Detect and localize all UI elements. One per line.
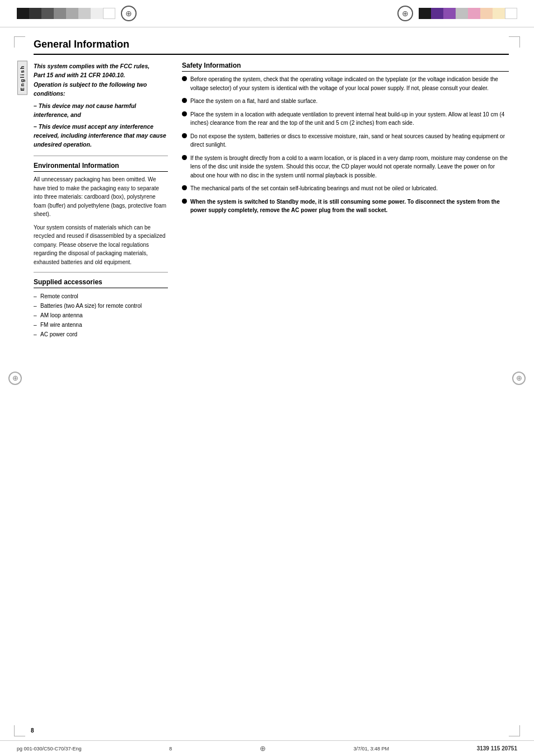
safety-text-4: Do not expose the system, batteries or d… xyxy=(190,132,509,149)
safety-item-7: When the system is switched to Standby m… xyxy=(182,198,509,215)
footer-page-num: 8 xyxy=(169,746,172,752)
left-color-strip: ⊕ xyxy=(17,6,142,21)
safety-item-2: Place the system on a flat, hard and sta… xyxy=(182,97,509,106)
safety-text-3: Place the system in a location with adeq… xyxy=(190,110,509,128)
color-block-4 xyxy=(54,8,66,19)
safety-text-7: When the system is switched to Standby m… xyxy=(190,198,509,215)
fcc-condition2: – This device must accept any interferen… xyxy=(34,122,168,149)
safety-text-6: The mechanical parts of the set contain … xyxy=(190,184,438,193)
divider-accessories xyxy=(34,272,168,273)
side-compass-right: ⊕ xyxy=(512,372,526,385)
footer-catalog-number: 3139 115 20751 xyxy=(477,745,517,752)
right-compass: ⊕ xyxy=(397,6,413,21)
env-para1: All unnecessary packaging has been omitt… xyxy=(34,175,168,219)
side-compass-left: ⊕ xyxy=(8,372,22,385)
fcc-text-block: This system complies with the FCC rules,… xyxy=(34,62,168,149)
sidebar-label: English xyxy=(17,61,27,95)
accessories-heading: Supplied accessories xyxy=(34,278,168,288)
safety-item-6: The mechanical parts of the set contain … xyxy=(182,184,509,193)
safety-item-4: Do not expose the system, batteries or d… xyxy=(182,132,509,149)
accessory-item: AC power cord xyxy=(34,330,168,339)
safety-item-1: Before operating the system, check that … xyxy=(182,75,509,92)
top-bar: ⊕ ⊕ xyxy=(0,0,534,27)
divider-env xyxy=(34,156,168,156)
footer-left-text: pg 001-030/C50-C70/37-Eng xyxy=(17,746,82,752)
rcolor-block-6 xyxy=(480,8,493,19)
safety-heading: Safety Information xyxy=(182,62,509,72)
bullet-icon-1 xyxy=(182,76,187,81)
fcc-line2: Part 15 and with 21 CFR 1040.10. xyxy=(34,71,168,79)
main-content: General Information This system complies… xyxy=(28,27,517,350)
fcc-condition1: – This device may not cause harmful inte… xyxy=(34,101,168,120)
bullet-icon-5 xyxy=(182,155,187,160)
safety-list: Before operating the system, check that … xyxy=(182,75,509,215)
accessories-list: Remote control Batteries (two AA size) f… xyxy=(34,292,168,339)
right-column: Safety Information Before operating the … xyxy=(182,62,509,339)
bullet-icon-2 xyxy=(182,98,187,103)
fcc-line3: Operation is subject to the following tw… xyxy=(34,80,168,89)
left-compass: ⊕ xyxy=(121,6,137,21)
color-block-8 xyxy=(103,8,115,19)
bullet-icon-3 xyxy=(182,111,187,116)
right-color-strip: ⊕ xyxy=(392,6,517,21)
safety-item-5: If the system is brought directly from a… xyxy=(182,154,509,180)
env-heading: Environmental Information xyxy=(34,162,168,172)
two-column-layout: This system complies with the FCC rules,… xyxy=(34,62,509,339)
env-para2: Your system consists of materials which … xyxy=(34,223,168,267)
bullet-icon-7 xyxy=(182,199,187,204)
footer-right-text: 3/7/01, 3:48 PM xyxy=(353,746,389,752)
corner-mark-tr xyxy=(509,36,520,48)
rcolor-block-5 xyxy=(468,8,480,19)
safety-text-5: If the system is brought directly from a… xyxy=(190,154,509,180)
corner-mark-bl xyxy=(14,725,25,736)
color-block-7 xyxy=(91,8,103,19)
footer: pg 001-030/C50-C70/37-Eng 8 ⊕ 3/7/01, 3:… xyxy=(0,740,534,756)
color-block-2 xyxy=(29,8,41,19)
bullet-icon-4 xyxy=(182,133,187,138)
accessory-item: Batteries (two AA size) for remote contr… xyxy=(34,301,168,311)
sidebar: English xyxy=(17,27,28,350)
rcolor-block-4 xyxy=(456,8,468,19)
color-block-5 xyxy=(66,8,78,19)
page-number: 8 xyxy=(31,727,34,734)
page-title: General Information xyxy=(34,39,509,55)
accessory-item: FM wire antenna xyxy=(34,320,168,330)
bullet-icon-6 xyxy=(182,185,187,190)
color-block-6 xyxy=(78,8,91,19)
rcolor-block-1 xyxy=(419,8,431,19)
safety-text-2: Place the system on a flat, hard and sta… xyxy=(190,97,317,106)
rcolor-block-2 xyxy=(431,8,443,19)
corner-mark-tl xyxy=(14,36,25,48)
color-block-3 xyxy=(41,8,54,19)
rcolor-block-8 xyxy=(505,8,517,19)
fcc-line1: This system complies with the FCC rules, xyxy=(34,62,168,71)
safety-item-3: Place the system in a location with adeq… xyxy=(182,110,509,128)
color-block-1 xyxy=(17,8,29,19)
rcolor-block-7 xyxy=(493,8,505,19)
accessory-item: Remote control xyxy=(34,292,168,301)
safety-text-1: Before operating the system, check that … xyxy=(190,75,509,92)
left-column: This system complies with the FCC rules,… xyxy=(34,62,168,339)
corner-mark-br xyxy=(509,725,520,736)
accessory-item: AM loop antenna xyxy=(34,311,168,320)
page-container: English General Information This system … xyxy=(0,27,534,350)
fcc-line4: conditions: xyxy=(34,89,168,98)
rcolor-block-3 xyxy=(443,8,456,19)
footer-compass: ⊕ xyxy=(260,744,266,753)
